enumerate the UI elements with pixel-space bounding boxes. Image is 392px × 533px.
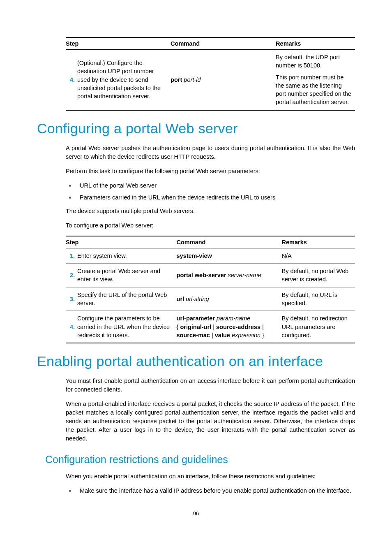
web-server-config-table: Step Command Remarks 1. Enter system vie… bbox=[66, 236, 355, 343]
step-number: 4. bbox=[66, 50, 77, 110]
paragraph: To configure a portal Web server: bbox=[66, 221, 355, 230]
paragraph: When a portal-enabled interface receives… bbox=[66, 400, 355, 443]
table-row: 3. Specify the URL of the portal Web ser… bbox=[66, 287, 355, 311]
step-number: 4. bbox=[66, 311, 77, 343]
table-row: 2. Create a portal Web server and enter … bbox=[66, 264, 355, 287]
heading-configuring-portal-web-server: Configuring a portal Web server bbox=[37, 121, 355, 137]
step-desc: Enter system view. bbox=[77, 248, 177, 263]
step-number: 1. bbox=[66, 248, 77, 263]
page-number: 96 bbox=[0, 510, 392, 517]
command-cell: url url-string bbox=[177, 287, 282, 311]
remarks-cell: N/A bbox=[282, 248, 355, 263]
heading-config-restrictions: Configuration restrictions and guideline… bbox=[45, 454, 355, 466]
remarks-cell: By default, the UDP port number is 50100… bbox=[276, 50, 355, 110]
remarks-cell: By default, no URL is specified. bbox=[282, 287, 355, 311]
th-remarks: Remarks bbox=[282, 236, 355, 248]
paragraph: The device supports multiple portal Web … bbox=[66, 207, 355, 216]
table-row: 4. Configure the parameters to be carrie… bbox=[66, 311, 355, 343]
heading-enabling-portal-auth: Enabling portal authentication on an int… bbox=[37, 353, 355, 369]
port-config-table: Step Command Remarks 4. (Optional.) Conf… bbox=[66, 37, 355, 111]
remarks-cell: By default, no redirection URL parameter… bbox=[282, 311, 355, 343]
bullet-list: URL of the portal Web server Parameters … bbox=[66, 181, 355, 202]
bullet-list: Make sure the interface has a valid IP a… bbox=[66, 487, 355, 495]
remarks-cell: By default, no portal Web server is crea… bbox=[282, 264, 355, 287]
step-number: 3. bbox=[66, 287, 77, 311]
paragraph: A portal Web server pushes the authentic… bbox=[66, 144, 355, 161]
step-desc: Specify the URL of the portal Web server… bbox=[77, 287, 177, 311]
list-item: URL of the portal Web server bbox=[66, 181, 355, 190]
step-desc: Configure the parameters to be carried i… bbox=[77, 311, 177, 343]
paragraph: You must first enable portal authenticat… bbox=[66, 377, 355, 394]
th-command: Command bbox=[177, 236, 282, 248]
list-item: Parameters carried in the URL when the d… bbox=[66, 193, 355, 202]
th-command: Command bbox=[171, 37, 276, 50]
command-cell: port port-id bbox=[171, 50, 276, 110]
table-row: 1. Enter system view. system-view N/A bbox=[66, 248, 355, 263]
th-step: Step bbox=[66, 236, 177, 248]
paragraph: Perform this task to configure the follo… bbox=[66, 167, 355, 176]
command-cell: portal web-server server-name bbox=[177, 264, 282, 287]
step-number: 2. bbox=[66, 264, 77, 287]
th-step: Step bbox=[66, 37, 171, 50]
paragraph: When you enable portal authentication on… bbox=[66, 472, 355, 481]
step-desc: (Optional.) Configure the destination UD… bbox=[77, 50, 171, 110]
th-remarks: Remarks bbox=[276, 37, 355, 50]
command-cell: url-parameter param-name { original-url … bbox=[177, 311, 282, 343]
step-desc: Create a portal Web server and enter its… bbox=[77, 264, 177, 287]
list-item: Make sure the interface has a valid IP a… bbox=[66, 487, 355, 495]
command-cell: system-view bbox=[177, 248, 282, 263]
table-row: 4. (Optional.) Configure the destination… bbox=[66, 50, 355, 110]
